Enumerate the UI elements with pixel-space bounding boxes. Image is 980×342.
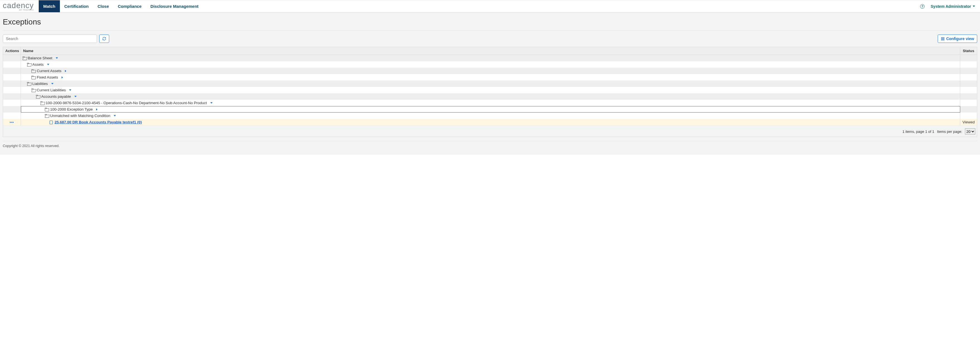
tree-node[interactable]: Current Liabilities: [22, 88, 71, 92]
row-actions-cell[interactable]: •••: [3, 119, 21, 125]
tree-node-label: Current Assets: [37, 69, 62, 73]
row-name-cell[interactable]: 100-2000-9876-5334-2100-4545 - Operation…: [21, 100, 960, 106]
table-row: Current Liabilities: [3, 87, 977, 93]
search-input[interactable]: [3, 35, 97, 43]
row-status-cell: [960, 81, 977, 87]
pager-summary: 1 items, page 1 of 1: [902, 129, 934, 134]
page-body: Exceptions Configure view Actions Name S…: [0, 13, 980, 154]
configure-view-button[interactable]: Configure view: [938, 35, 977, 43]
row-name-cell[interactable]: Fixed Assets: [21, 74, 960, 81]
chevron-right-icon[interactable]: [96, 108, 97, 111]
pager-per-page-label: Items per page:: [937, 129, 962, 134]
nav-match[interactable]: Match: [39, 0, 60, 12]
svg-rect-6: [941, 40, 942, 40]
status-badge: Viewed: [963, 120, 975, 124]
nav-disclosure-management[interactable]: Disclosure Management: [146, 0, 203, 12]
table-row: 100-2000 Exception Type: [3, 106, 977, 113]
tree-node[interactable]: Assets: [22, 62, 49, 67]
col-header-actions[interactable]: Actions: [3, 47, 21, 54]
nav-close[interactable]: Close: [93, 0, 113, 12]
table-row: Balance Sheet: [3, 55, 977, 61]
row-actions-cell: [3, 68, 21, 74]
row-actions-icon[interactable]: •••: [10, 120, 14, 124]
nav-certification[interactable]: Certification: [60, 0, 93, 12]
footer-copyright: Copyright © 2021 All rights reserved.: [3, 144, 977, 152]
tree-node[interactable]: Accounts payable: [22, 94, 76, 99]
tree-node[interactable]: Fixed Assets: [22, 75, 63, 80]
row-name-cell[interactable]: Liabilities: [21, 81, 960, 87]
row-actions-cell: [3, 81, 21, 87]
row-name-cell[interactable]: Assets: [21, 61, 960, 68]
brand-name: cadency: [3, 2, 34, 10]
table-row: Liabilities: [3, 81, 977, 87]
primary-nav: Match Certification Close Compliance Dis…: [39, 0, 203, 12]
chevron-right-icon[interactable]: [65, 70, 66, 72]
row-status-cell: [960, 93, 977, 100]
row-actions-cell: [3, 55, 21, 61]
row-name-cell[interactable]: Accounts payable: [21, 93, 960, 100]
refresh-icon: [102, 37, 106, 41]
chevron-down-icon[interactable]: [69, 89, 71, 91]
folder-open-icon: [27, 82, 31, 85]
tree-node[interactable]: 100-2000-9876-5334-2100-4545 - Operation…: [22, 101, 213, 105]
file-icon: [49, 121, 53, 124]
items-per-page-select[interactable]: 20: [965, 128, 975, 135]
folder-icon: [45, 108, 48, 111]
tree-node[interactable]: Balance Sheet: [22, 56, 58, 60]
page-title: Exceptions: [3, 15, 977, 31]
refresh-button[interactable]: [99, 35, 109, 43]
folder-icon: [32, 69, 35, 72]
row-actions-cell: [3, 61, 21, 68]
grid-icon: [941, 37, 945, 41]
row-name-cell[interactable]: Unmatched with Matching Condition: [21, 113, 960, 119]
tree-node[interactable]: 25,687.00 DR Book Accounts Payable testr…: [22, 120, 142, 124]
row-name-cell[interactable]: Balance Sheet: [21, 55, 960, 61]
svg-rect-0: [941, 37, 942, 38]
row-status-cell: [960, 74, 977, 81]
row-status-cell: Viewed: [960, 119, 977, 125]
tree-node[interactable]: 100-2000 Exception Type: [22, 107, 97, 111]
exception-link[interactable]: 25,687.00 DR Book Accounts Payable testr…: [55, 120, 142, 124]
row-actions-cell: [3, 113, 21, 119]
table-row: 100-2000-9876-5334-2100-4545 - Operation…: [3, 100, 977, 106]
svg-rect-7: [942, 40, 943, 40]
tree-node-label: Assets: [32, 62, 44, 67]
col-header-status[interactable]: Status: [960, 47, 977, 54]
chevron-down-icon[interactable]: [56, 57, 58, 59]
chevron-right-icon[interactable]: [62, 76, 63, 78]
row-actions-cell: [3, 74, 21, 81]
chevron-down-icon[interactable]: [114, 115, 116, 116]
pager: 1 items, page 1 of 1 Items per page: 20: [3, 125, 977, 137]
svg-rect-2: [943, 37, 944, 38]
svg-rect-4: [942, 38, 943, 39]
row-name-cell[interactable]: 100-2000 Exception Type: [21, 106, 960, 113]
chevron-down-icon[interactable]: [75, 96, 76, 97]
table-row: Current Assets: [3, 68, 977, 74]
col-header-name[interactable]: Name: [21, 47, 960, 54]
row-name-cell[interactable]: Current Assets: [21, 68, 960, 74]
svg-rect-3: [941, 38, 942, 39]
tree-node[interactable]: Current Assets: [22, 69, 66, 73]
grid-body: Balance SheetAssetsCurrent AssetsFixed A…: [3, 55, 977, 125]
tree-node-label: 100-2000-9876-5334-2100-4545 - Operation…: [46, 101, 207, 105]
row-name-cell[interactable]: Current Liabilities: [21, 87, 960, 93]
row-status-cell: [960, 61, 977, 68]
folder-open-icon: [40, 101, 44, 105]
svg-rect-5: [943, 38, 944, 39]
help-icon[interactable]: ?: [920, 4, 924, 9]
nav-compliance[interactable]: Compliance: [113, 0, 146, 12]
tree-node-label: Current Liabilities: [37, 88, 66, 92]
chevron-down-icon[interactable]: [51, 83, 54, 84]
user-menu[interactable]: System Administrator: [931, 4, 975, 9]
row-name-cell[interactable]: 25,687.00 DR Book Accounts Payable testr…: [21, 119, 960, 125]
folder-open-icon: [27, 63, 31, 66]
svg-rect-8: [943, 40, 944, 40]
toolbar: Configure view: [3, 35, 977, 43]
tree-node-label: Fixed Assets: [37, 75, 58, 80]
tree-node-label: Balance Sheet: [28, 56, 52, 60]
grid-header: Actions Name Status: [3, 47, 977, 55]
tree-node[interactable]: Liabilities: [22, 82, 54, 86]
tree-node[interactable]: Unmatched with Matching Condition: [22, 114, 116, 118]
chevron-down-icon[interactable]: [47, 64, 49, 65]
chevron-down-icon[interactable]: [210, 102, 213, 103]
